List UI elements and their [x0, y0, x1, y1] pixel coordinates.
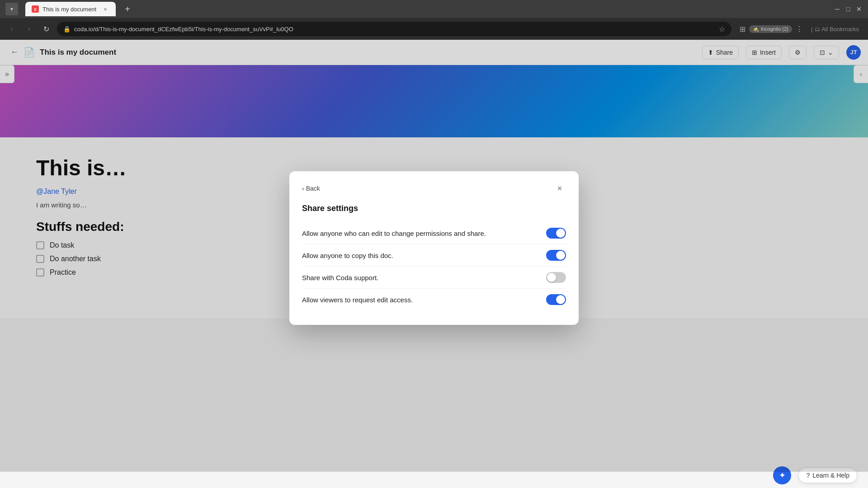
close-button[interactable]: ✕ [855, 5, 863, 13]
settings-label-coda-support: Share with Coda support. [302, 274, 546, 282]
toggle-request-edit[interactable] [546, 294, 566, 305]
settings-label-allow-copy: Allow anyone to copy this doc. [302, 252, 546, 259]
address-bar: ‹ › ↻ 🔒 coda.io/d/This-is-my-document_dC… [0, 18, 868, 40]
menu-icon[interactable]: ⋮ [796, 25, 803, 33]
app-area: ← 📄 This is my document ⬆ Share ⊞ Insert… [0, 40, 868, 472]
new-tab-button[interactable]: + [121, 3, 134, 15]
toggle-allow-edit[interactable] [546, 228, 566, 239]
url-text: coda.io/d/This-is-my-document_dCEzfwEpb5… [74, 26, 715, 33]
incognito-icon: 🕵 [753, 26, 759, 32]
close-icon: × [557, 184, 562, 193]
active-tab[interactable]: c This is my document × [25, 2, 116, 16]
tab-close-button[interactable]: × [101, 5, 109, 13]
settings-label-request-edit: Allow viewers to request edit access. [302, 296, 546, 304]
settings-row-allow-copy: Allow anyone to copy this doc. [302, 244, 566, 267]
settings-row-allow-edit: Allow anyone who can edit to change perm… [302, 222, 566, 244]
incognito-label: Incognito (2) [761, 26, 788, 32]
incognito-badge: 🕵 Incognito (2) [749, 25, 792, 33]
forward-button[interactable]: › [23, 23, 35, 35]
toggle-knob-allow-copy [556, 251, 565, 260]
browser-titlebar: ▾ c This is my document × + ─ □ ✕ [0, 0, 868, 18]
lock-icon: 🔒 [63, 26, 71, 33]
sidebar-toggle-icon[interactable]: ⊞ [740, 25, 745, 33]
tab-list-button[interactable]: ▾ [5, 3, 18, 15]
share-settings-modal: ‹ Back × Share settings Allow anyone who… [289, 171, 579, 325]
back-label: Back [306, 185, 320, 192]
address-icons: ⊞ 🕵 Incognito (2) ⋮ [740, 25, 803, 33]
bookmarks-bar-label: | 🗂 All Bookmarks [807, 26, 863, 33]
forward-icon: › [28, 25, 30, 33]
tab-title: This is my document [42, 6, 98, 13]
star-icon[interactable]: ☆ [719, 25, 725, 33]
url-bar[interactable]: 🔒 coda.io/d/This-is-my-document_dCEzfwEp… [57, 22, 731, 36]
toggle-knob-request-edit [556, 295, 565, 304]
toggle-knob-allow-edit [556, 229, 565, 238]
help-circle-icon: ? [806, 472, 810, 479]
modal-back-button[interactable]: ‹ Back [302, 185, 320, 192]
refresh-icon: ↻ [43, 25, 49, 33]
settings-label-allow-edit: Allow anyone who can edit to change perm… [302, 230, 546, 237]
modal-header: ‹ Back × [302, 182, 566, 195]
help-label: Learn & Help [812, 472, 849, 479]
back-button[interactable]: ‹ [5, 23, 18, 35]
modal-close-button[interactable]: × [553, 182, 566, 195]
settings-row-coda-support: Share with Coda support. [302, 267, 566, 289]
toggle-coda-support[interactable] [546, 272, 566, 283]
back-icon: ‹ [10, 25, 13, 33]
tab-favicon: c [32, 5, 39, 13]
modal-title: Share settings [302, 204, 566, 213]
browser-chrome: ▾ c This is my document × + ─ □ ✕ ‹ › ↻ … [0, 0, 868, 40]
maximize-button[interactable]: □ [844, 5, 852, 13]
refresh-button[interactable]: ↻ [40, 23, 52, 35]
sparkle-icon: ✦ [779, 470, 786, 480]
toggle-allow-copy[interactable] [546, 250, 566, 261]
settings-row-request-edit: Allow viewers to request edit access. [302, 289, 566, 310]
minimize-button[interactable]: ─ [834, 5, 841, 13]
toggle-knob-coda-support [547, 273, 556, 282]
back-chevron-icon: ‹ [302, 185, 304, 192]
